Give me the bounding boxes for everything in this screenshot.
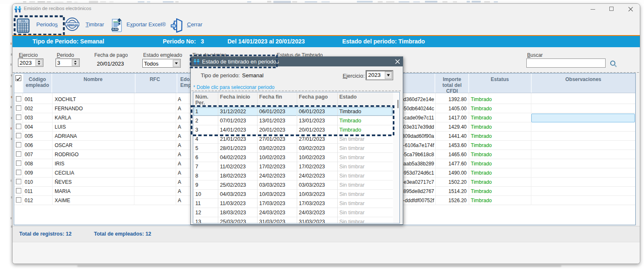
svg-text:TIMBRAR: TIMBRAR bbox=[66, 23, 78, 26]
svg-text:XLSX: XLSX bbox=[112, 28, 118, 30]
